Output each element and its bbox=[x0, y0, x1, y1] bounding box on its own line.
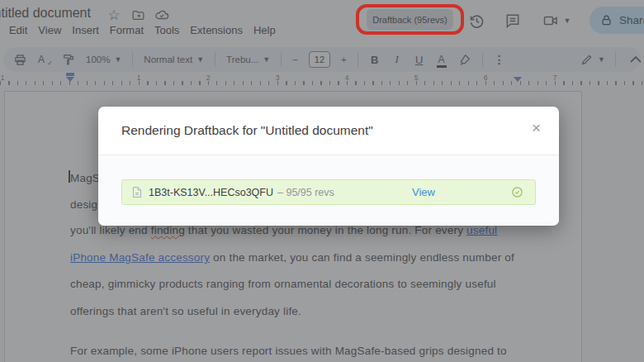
view-link[interactable]: View bbox=[412, 186, 435, 198]
revision-count: – 95/95 revs bbox=[277, 187, 334, 198]
revision-row: 1B3t-KS13V...HECso3QFU – 95/95 revs View bbox=[121, 179, 536, 205]
modal-header: Rendering Draftback for "Untitled docume… bbox=[98, 107, 559, 155]
revision-doc-id: 1B3t-KS13V...HECso3QFU bbox=[149, 187, 273, 198]
close-icon[interactable]: × bbox=[532, 120, 541, 136]
modal-body: 1B3t-KS13V...HECso3QFU – 95/95 revs View bbox=[98, 155, 559, 225]
check-circle-icon bbox=[511, 186, 523, 198]
draftback-rendering-modal: Rendering Draftback for "Untitled docume… bbox=[98, 107, 559, 226]
google-docs-window: Untitled document ☆ File Edit View Inser… bbox=[0, 0, 644, 362]
modal-title: Rendering Draftback for "Untitled docume… bbox=[121, 123, 373, 138]
document-file-icon bbox=[132, 186, 142, 198]
